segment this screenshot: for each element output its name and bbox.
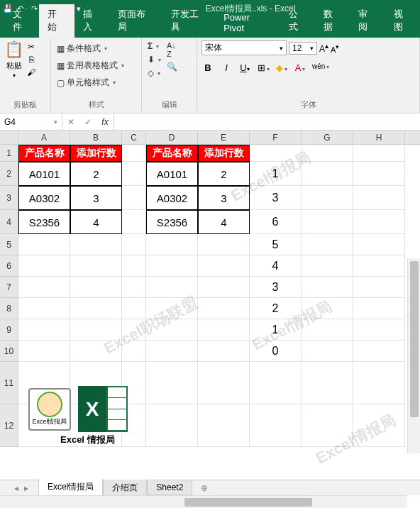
border-button[interactable]: ⊞ — [257, 62, 270, 73]
cell[interactable]: 5 — [250, 234, 302, 255]
vertical-scrollbar[interactable] — [407, 258, 420, 453]
cell[interactable] — [353, 277, 405, 298]
sheet-nav-last-icon[interactable]: ▸ — [24, 483, 28, 493]
copy-icon[interactable]: ⎘ — [26, 55, 36, 65]
tab-dev[interactable]: 开发工具 — [162, 4, 216, 38]
cell[interactable] — [302, 319, 353, 341]
cell[interactable] — [302, 341, 353, 362]
grow-font-icon[interactable]: A▴ — [319, 42, 328, 54]
cell[interactable]: 3 — [198, 186, 250, 210]
font-size-select[interactable]: 12▾ — [289, 42, 317, 55]
col-header[interactable]: D — [146, 131, 198, 144]
cell[interactable] — [250, 404, 302, 447]
col-header[interactable]: E — [198, 131, 250, 144]
paste-button[interactable]: 📋 粘贴 ▾ — [4, 40, 23, 79]
cell[interactable] — [146, 319, 198, 341]
cell[interactable] — [302, 162, 353, 186]
cell[interactable] — [122, 319, 146, 341]
cell[interactable] — [122, 277, 146, 298]
fx-icon[interactable]: fx — [96, 117, 114, 127]
cell-style-button[interactable]: ▢单元格样式 — [55, 76, 117, 89]
cell[interactable] — [122, 234, 146, 255]
cell[interactable] — [146, 404, 198, 447]
cell[interactable] — [302, 255, 353, 277]
tab-powerpivot[interactable]: Power Pivot — [215, 9, 280, 38]
cell[interactable]: 产品名称 — [146, 145, 198, 162]
row-header[interactable]: 4 — [0, 210, 18, 234]
sort-filter-button[interactable]: A↓Z — [165, 40, 179, 59]
cell[interactable]: 1 — [250, 319, 302, 341]
cell[interactable]: A0101 — [146, 162, 198, 186]
cell[interactable] — [122, 298, 146, 319]
cell[interactable]: 6 — [250, 210, 302, 234]
cell[interactable] — [198, 298, 250, 319]
cell[interactable] — [18, 255, 70, 277]
name-box[interactable]: G4▾ — [0, 114, 62, 130]
phonetic-button[interactable]: wén — [312, 62, 325, 73]
cell[interactable] — [198, 255, 250, 277]
conditional-format-button[interactable]: ▦条件格式 — [55, 42, 109, 55]
cell[interactable] — [353, 404, 405, 447]
row-header[interactable]: 6 — [0, 255, 18, 277]
add-sheet-button[interactable]: ⊕ — [192, 481, 216, 495]
row-header[interactable]: 7 — [0, 277, 18, 298]
cell[interactable] — [198, 234, 250, 255]
cell[interactable]: S2356 — [146, 210, 198, 234]
cell[interactable] — [146, 298, 198, 319]
cell[interactable] — [18, 319, 70, 341]
cell[interactable] — [353, 341, 405, 362]
shrink-font-icon[interactable]: A▾ — [331, 43, 339, 54]
sheet-tab[interactable]: 介绍页 — [103, 480, 147, 497]
cell[interactable]: 2 — [198, 162, 250, 186]
cell[interactable] — [146, 277, 198, 298]
col-header[interactable]: F — [250, 131, 302, 144]
cell[interactable] — [122, 210, 146, 234]
cell[interactable] — [198, 404, 250, 447]
cell[interactable] — [353, 234, 405, 255]
format-painter-icon[interactable]: 🖌 — [26, 67, 36, 77]
cell[interactable] — [250, 362, 302, 404]
tab-formula[interactable]: 公式 — [280, 4, 315, 38]
autosum-button[interactable]: Σ — [146, 40, 162, 52]
font-color-button[interactable]: A — [294, 62, 306, 73]
underline-button[interactable]: U▾ — [238, 62, 251, 73]
cell[interactable] — [122, 162, 146, 186]
fill-color-button[interactable]: ◆ — [275, 62, 288, 73]
cell[interactable]: S2356 — [18, 210, 70, 234]
cell[interactable] — [122, 255, 146, 277]
cell[interactable] — [250, 145, 302, 162]
cell[interactable]: 产品名称 — [18, 145, 70, 162]
cell[interactable]: 添加行数 — [70, 145, 122, 162]
cell[interactable] — [302, 210, 353, 234]
cell[interactable] — [302, 145, 353, 162]
cell[interactable] — [70, 298, 122, 319]
cell[interactable] — [70, 255, 122, 277]
cell[interactable]: 添加行数 — [198, 145, 250, 162]
cell[interactable] — [70, 277, 122, 298]
col-header[interactable]: G — [302, 131, 353, 144]
cell[interactable] — [302, 404, 353, 447]
cell[interactable] — [353, 145, 405, 162]
tab-file[interactable]: 文件 — [4, 4, 39, 38]
cell[interactable] — [353, 210, 405, 234]
cell[interactable] — [18, 277, 70, 298]
cell[interactable] — [302, 186, 353, 210]
row-header[interactable]: 9 — [0, 319, 18, 341]
cell[interactable] — [146, 255, 198, 277]
cell[interactable] — [302, 277, 353, 298]
cell[interactable] — [146, 362, 198, 404]
formula-input[interactable] — [114, 114, 420, 130]
tab-review[interactable]: 审阅 — [350, 4, 385, 38]
cell[interactable] — [353, 319, 405, 341]
cell[interactable] — [146, 341, 198, 362]
enter-icon[interactable]: ✓ — [79, 117, 96, 127]
italic-button[interactable]: I — [220, 62, 233, 73]
cell[interactable] — [122, 145, 146, 162]
cell[interactable] — [122, 341, 146, 362]
cell[interactable] — [353, 255, 405, 277]
cell[interactable] — [18, 341, 70, 362]
cell[interactable] — [70, 319, 122, 341]
cell[interactable]: 0 — [250, 341, 302, 362]
cell[interactable]: 3 — [250, 277, 302, 298]
cell[interactable] — [302, 298, 353, 319]
